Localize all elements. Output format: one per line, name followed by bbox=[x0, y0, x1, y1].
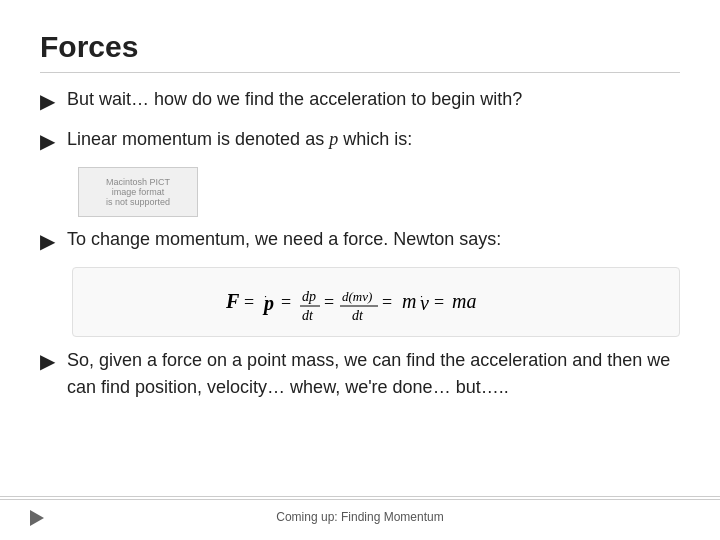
bullet-item-1: ▶ But wait… how do we find the accelerat… bbox=[40, 87, 680, 113]
formula-svg: F = · p = dp dt = d(mv) dt = bbox=[216, 276, 536, 328]
pict-label-1: Macintosh PICT bbox=[106, 177, 170, 187]
bullet-item-4: ▶ So, given a force on a point mass, we … bbox=[40, 347, 680, 401]
slide: Forces ▶ But wait… how do we find the ac… bbox=[0, 0, 720, 540]
bullet-text-3: To change momentum, we need a force. New… bbox=[67, 227, 501, 252]
bullet-item-3: ▶ To change momentum, we need a force. N… bbox=[40, 227, 680, 253]
svg-text:v: v bbox=[420, 292, 429, 314]
svg-text:dt: dt bbox=[352, 308, 364, 323]
newton-formula: F = · p = dp dt = d(mv) dt = bbox=[72, 267, 680, 337]
bullet-text-2: Linear momentum is denoted as p which is… bbox=[67, 127, 412, 152]
slide-content: ▶ But wait… how do we find the accelerat… bbox=[40, 87, 680, 401]
bullet-text-1: But wait… how do we find the acceleratio… bbox=[67, 87, 522, 112]
bullet-symbol-4: ▶ bbox=[40, 349, 55, 373]
pict-image-placeholder: Macintosh PICT image format is not suppo… bbox=[78, 167, 198, 217]
svg-text:=: = bbox=[382, 292, 392, 312]
svg-text:m: m bbox=[402, 290, 416, 312]
bullet-symbol-2: ▶ bbox=[40, 129, 55, 153]
svg-text:d(mv): d(mv) bbox=[342, 289, 372, 304]
svg-text:=: = bbox=[244, 292, 254, 312]
pict-label-2: image format bbox=[112, 187, 165, 197]
footer-text: Coming up: Finding Momentum bbox=[0, 510, 720, 524]
bottom-divider bbox=[0, 496, 720, 500]
bullet-item-2: ▶ Linear momentum is denoted as p which … bbox=[40, 127, 680, 153]
bullet-text-4: So, given a force on a point mass, we ca… bbox=[67, 347, 680, 401]
svg-text:dt: dt bbox=[302, 308, 314, 323]
bullet-symbol-1: ▶ bbox=[40, 89, 55, 113]
svg-text:ma: ma bbox=[452, 290, 476, 312]
svg-text:=: = bbox=[281, 292, 291, 312]
svg-text:=: = bbox=[324, 292, 334, 312]
pict-label-3: is not supported bbox=[106, 197, 170, 207]
svg-text:=: = bbox=[434, 292, 444, 312]
svg-text:dp: dp bbox=[302, 289, 316, 304]
bullet-symbol-3: ▶ bbox=[40, 229, 55, 253]
svg-text:p: p bbox=[262, 292, 274, 315]
svg-text:F: F bbox=[225, 290, 240, 312]
slide-title: Forces bbox=[40, 30, 680, 73]
